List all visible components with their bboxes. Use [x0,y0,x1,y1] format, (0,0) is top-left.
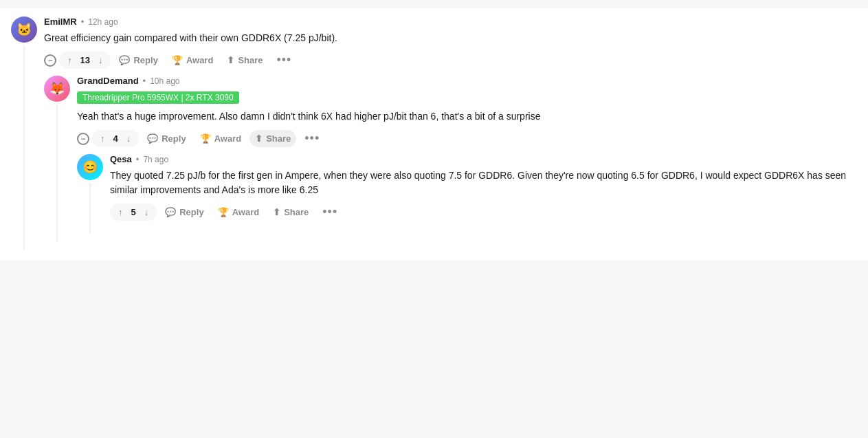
comment-header-emilmr: EmilMR • 12h ago [44,17,857,27]
award-button-emilmr[interactable]: 🏆 Award [166,52,219,69]
vote-count-emilmr: 13 [78,55,93,65]
share-button-emilmr[interactable]: ⬆ Share [221,52,268,69]
vote-group-qesa: ↑ 5 ↓ [110,204,157,221]
upvote-icon: ↑ [100,133,105,144]
timestamp-emilmr: 12h ago [88,17,118,27]
comment-granddemand: 🦊 GrandDemand • 10h ago Threadripper Pro… [44,76,857,241]
more-button-emilmr[interactable]: ••• [271,51,298,69]
comment-body-emilmr: EmilMR • 12h ago Great efficiency gain c… [44,17,857,250]
avatar-qesa: 😊 [77,154,103,180]
comment-body-qesa: Qesa • 7h ago They quoted 7.25 pJ/b for … [110,154,857,233]
reply-icon: 💬 [147,133,158,144]
action-bar-emilmr: − ↑ 13 ↓ 💬 Reply 🏆 Award [44,51,857,69]
vote-count-qesa: 5 [129,207,139,217]
comment-left-granddemand: 🦊 [44,76,70,241]
reply-button-qesa[interactable]: 💬 Reply [159,204,209,221]
avatar-granddemand: 🦊 [44,76,70,102]
collapse-button-emilmr[interactable]: − [44,54,56,67]
reply-button-emilmr[interactable]: 💬 Reply [113,52,163,69]
timestamp-qesa: 7h ago [143,155,168,164]
share-icon: ⬆ [255,133,263,144]
reply-button-granddemand[interactable]: 💬 Reply [142,130,191,147]
upvote-button-granddemand[interactable]: ↑ [95,130,111,147]
more-button-qesa[interactable]: ••• [317,203,343,221]
reply-icon: 💬 [119,55,130,65]
share-icon: ⬆ [227,55,234,65]
award-icon: 🏆 [172,55,183,65]
more-button-granddemand[interactable]: ••• [299,129,325,147]
upvote-button-qesa[interactable]: ↑ [113,204,129,221]
username-granddemand: GrandDemand [77,76,139,86]
flair-badge-granddemand: Threadripper Pro 5955WX | 2x RTX 3090 [77,91,239,104]
comment-text-qesa: They quoted 7.25 pJ/b for the first gen … [110,168,857,197]
award-button-qesa[interactable]: 🏆 Award [212,204,265,221]
thread-line-granddemand [56,102,58,241]
downvote-button-emilmr[interactable]: ↓ [93,52,109,69]
collapse-button-granddemand[interactable]: − [77,133,89,145]
reply-icon: 💬 [165,207,176,217]
action-bar-qesa: ↑ 5 ↓ 💬 Reply [110,203,857,221]
vote-group-emilmr: ↑ 13 ↓ [59,52,111,69]
downvote-icon: ↓ [144,207,149,217]
downvote-icon: ↓ [98,55,103,65]
timestamp-granddemand: 10h ago [150,76,179,86]
comment-emilmr: 🐱 EmilMR • 12h ago Great efficiency gain… [11,17,857,250]
comment-text-granddemand: Yeah that's a huge improvement. Also dam… [77,109,857,124]
share-button-qesa[interactable]: ⬆ Share [267,204,314,221]
action-bar-granddemand: − ↑ 4 ↓ 💬 Reply [77,129,857,147]
downvote-button-granddemand[interactable]: ↓ [121,130,137,147]
comment-header-granddemand: GrandDemand • 10h ago [77,76,857,86]
username-qesa: Qesa [110,154,132,164]
upvote-icon: ↑ [118,207,123,217]
share-icon: ⬆ [273,207,280,217]
comment-body-granddemand: GrandDemand • 10h ago Threadripper Pro 5… [77,76,857,241]
vote-count-granddemand: 4 [111,133,121,144]
comment-left-qesa: 😊 [77,154,103,233]
thread-line-emilmr [23,43,25,250]
downvote-icon: ↓ [126,133,131,144]
upvote-icon: ↑ [67,55,72,65]
comment-thread: 🐱 EmilMR • 12h ago Great efficiency gain… [0,8,868,261]
comment-qesa: 😊 Qesa • 7h ago The [77,154,857,233]
comment-text-emilmr: Great efficiency gain compared with thei… [44,31,857,45]
share-button-granddemand[interactable]: ⬆ Share [249,130,296,147]
username-emilmr: EmilMR [44,17,77,27]
downvote-button-qesa[interactable]: ↓ [139,204,155,221]
comment-header-qesa: Qesa • 7h ago [110,154,857,164]
award-icon: 🏆 [200,133,211,144]
award-icon: 🏆 [218,207,229,217]
award-button-granddemand[interactable]: 🏆 Award [194,130,247,147]
thread-line-qesa [89,180,91,233]
avatar-emilmr: 🐱 [11,17,37,43]
vote-group-granddemand: ↑ 4 ↓ [92,130,139,147]
comment-left-emilmr: 🐱 [11,17,37,250]
upvote-button-emilmr[interactable]: ↑ [62,52,78,69]
